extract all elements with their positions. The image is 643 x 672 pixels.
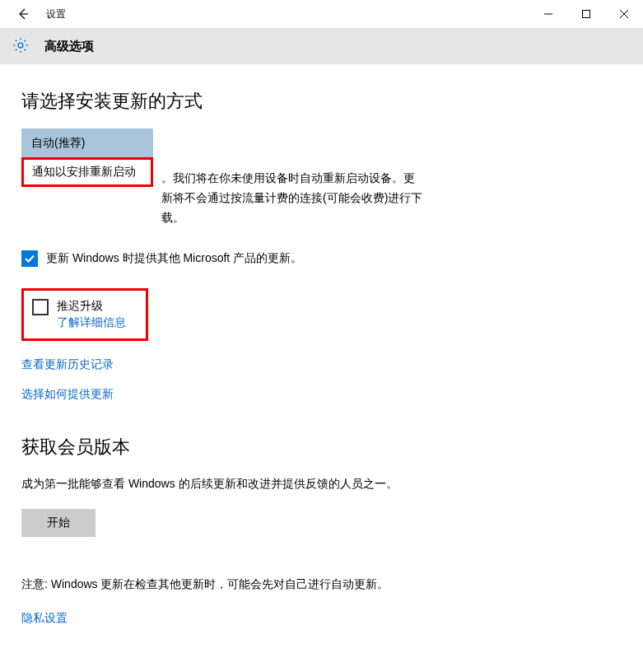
privacy-settings-link[interactable]: 隐私设置	[21, 611, 68, 626]
update-mode-dropdown[interactable]: 自动(推荐) 通知以安排重新启动	[21, 128, 153, 187]
header-title: 高级选项	[44, 39, 94, 54]
check-icon	[24, 253, 35, 264]
back-button[interactable]	[7, 0, 40, 28]
minimize-icon	[544, 10, 552, 18]
dropdown-option-auto[interactable]: 自动(推荐)	[21, 128, 153, 158]
page-heading: 请选择安装更新的方式	[21, 89, 622, 114]
header-bar: 高级选项	[0, 28, 643, 64]
button-label: 开始	[47, 516, 70, 530]
checkbox-defer-upgrade[interactable]	[32, 299, 49, 315]
gear-icon	[12, 36, 30, 57]
dropdown-option-label: 自动(推荐)	[31, 136, 85, 151]
insider-description: 成为第一批能够查看 Windows 的后续更新和改进并提供反馈的人员之一。	[21, 474, 425, 494]
dropdown-option-label: 通知以安排重新启动	[32, 165, 136, 180]
insider-start-button[interactable]: 开始	[21, 509, 96, 537]
defer-upgrade-highlight: 推迟升级 了解详细信息	[21, 288, 148, 341]
svg-rect-2	[583, 11, 590, 18]
close-icon	[620, 10, 628, 18]
learn-more-link[interactable]: 了解详细信息	[57, 315, 126, 330]
view-update-history-link[interactable]: 查看更新历史记录	[21, 357, 114, 372]
back-arrow-icon	[16, 7, 30, 21]
checkbox-row-ms-products: 更新 Windows 时提供其他 Microsoft 产品的更新。	[21, 250, 622, 267]
update-note: 注意: Windows 更新在检查其他更新时，可能会先对自己进行自动更新。	[21, 575, 425, 595]
minimize-button[interactable]	[529, 0, 567, 28]
checkbox-ms-products[interactable]	[21, 250, 38, 267]
window-title: 设置	[46, 7, 66, 21]
svg-point-5	[18, 43, 23, 48]
maximize-button[interactable]	[567, 0, 605, 28]
window-controls	[529, 0, 643, 28]
choose-delivery-link[interactable]: 选择如何提供更新	[21, 387, 114, 402]
content-area: 请选择安装更新的方式 自动(推荐) 通知以安排重新启动 。我们将在你未使用设备时…	[0, 64, 643, 642]
insider-heading: 获取会员版本	[21, 435, 622, 460]
dropdown-option-notify[interactable]: 通知以安排重新启动	[21, 157, 153, 187]
close-button[interactable]	[605, 0, 643, 28]
checkbox-label: 更新 Windows 时提供其他 Microsoft 产品的更新。	[46, 251, 302, 266]
titlebar: 设置	[0, 0, 643, 28]
maximize-icon	[582, 10, 590, 18]
defer-label: 推迟升级	[57, 299, 126, 314]
